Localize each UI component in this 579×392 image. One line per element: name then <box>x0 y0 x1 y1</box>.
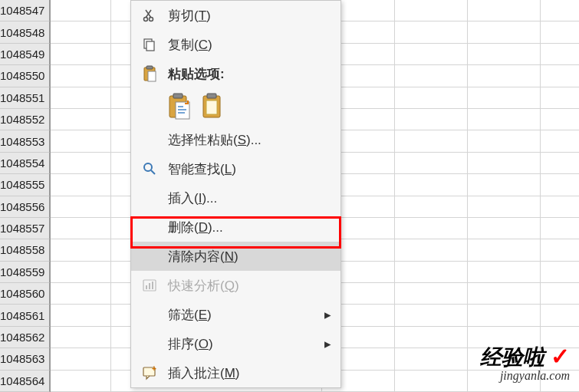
context-menu: 剪切(T) 复制(C) 粘贴选项: 选择性粘贴(S)... 智能查找(L) 插入… <box>130 0 341 388</box>
svg-rect-3 <box>146 41 154 51</box>
row-header[interactable]: 1048555 <box>0 174 50 196</box>
cut-icon <box>139 5 160 26</box>
menu-label: 删除(D)... <box>168 219 223 236</box>
menu-paste-options: 粘贴选项: <box>131 59 340 88</box>
menu-label: 复制(C) <box>168 36 212 54</box>
checkmark-icon: ✓ <box>551 344 570 369</box>
svg-rect-8 <box>173 94 183 98</box>
row-header[interactable]: 1048548 <box>0 21 50 43</box>
menu-label: 粘贴选项: <box>168 65 225 83</box>
menu-delete[interactable]: 删除(D)... <box>131 212 340 242</box>
svg-rect-18 <box>152 282 153 289</box>
svg-rect-6 <box>148 71 156 81</box>
menu-label: 选择性粘贴(S)... <box>168 131 262 149</box>
menu-insert-comment[interactable]: + 插入批注(M) <box>131 358 340 387</box>
row-header[interactable]: 1048551 <box>0 87 50 109</box>
menu-cut[interactable]: 剪切(T) <box>131 1 340 30</box>
svg-rect-12 <box>206 100 217 114</box>
analysis-icon <box>139 275 160 296</box>
svg-text:+: + <box>152 365 156 373</box>
row-header[interactable]: 1048552 <box>0 109 50 130</box>
menu-label: 智能查找(L) <box>168 160 236 178</box>
row-header[interactable]: 1048547 <box>0 0 50 21</box>
row-header[interactable]: 1048550 <box>0 65 50 87</box>
menu-clear-contents[interactable]: 清除内容(N) <box>131 242 340 271</box>
menu-label: 插入(I)... <box>168 189 217 207</box>
row-header[interactable]: 1048560 <box>0 283 50 305</box>
search-icon <box>139 158 160 180</box>
paste-options-row <box>131 88 340 125</box>
watermark-text: 经验啦 <box>480 345 544 369</box>
svg-point-13 <box>144 163 152 171</box>
watermark: 经验啦 ✓ jingyanla.com <box>480 343 570 383</box>
row-header[interactable]: 1048564 <box>0 371 50 392</box>
paste-icon <box>139 63 160 84</box>
menu-label: 排序(O) <box>168 335 213 353</box>
menu-label: 快速分析(Q) <box>168 277 239 295</box>
svg-rect-11 <box>207 94 216 98</box>
row-header[interactable]: 1048553 <box>0 130 50 152</box>
clipboard-plain-icon[interactable] <box>200 93 223 120</box>
row-header[interactable]: 1048556 <box>0 196 50 218</box>
row-header[interactable]: 1048549 <box>0 44 50 65</box>
chevron-right-icon: ▸ <box>324 336 331 352</box>
svg-rect-17 <box>149 283 150 289</box>
menu-label: 剪切(T) <box>168 7 211 25</box>
menu-smart-lookup[interactable]: 智能查找(L) <box>131 154 340 183</box>
row-header[interactable]: 1048558 <box>0 239 50 261</box>
svg-point-0 <box>144 18 148 21</box>
row-header[interactable]: 1048561 <box>0 305 50 326</box>
svg-line-14 <box>151 170 155 174</box>
row-header[interactable]: 1048563 <box>0 348 50 370</box>
chevron-right-icon: ▸ <box>324 307 331 323</box>
copy-icon <box>139 34 160 55</box>
svg-point-1 <box>150 18 153 21</box>
row-header[interactable]: 1048559 <box>0 262 50 283</box>
row-header[interactable]: 1048562 <box>0 327 50 348</box>
row-header[interactable]: 1048557 <box>0 218 50 239</box>
menu-label: 插入批注(M) <box>168 364 240 382</box>
comment-icon: + <box>139 362 160 384</box>
menu-sort[interactable]: 排序(O) ▸ <box>131 329 340 358</box>
svg-rect-5 <box>146 66 153 69</box>
menu-quick-analysis: 快速分析(Q) <box>131 271 340 300</box>
menu-label: 清除内容(N) <box>168 248 239 265</box>
svg-rect-16 <box>146 285 147 289</box>
menu-copy[interactable]: 复制(C) <box>131 30 340 59</box>
row-header[interactable]: 1048554 <box>0 153 50 174</box>
menu-insert[interactable]: 插入(I)... <box>131 183 340 212</box>
menu-paste-special[interactable]: 选择性粘贴(S)... <box>131 125 340 154</box>
row-header-column: 1048547 1048548 1048549 1048550 1048551 … <box>0 0 51 392</box>
menu-label: 筛选(E) <box>168 306 212 324</box>
menu-filter[interactable]: 筛选(E) ▸ <box>131 300 340 329</box>
svg-rect-9 <box>176 102 189 119</box>
clipboard-paste-icon[interactable] <box>168 93 191 120</box>
